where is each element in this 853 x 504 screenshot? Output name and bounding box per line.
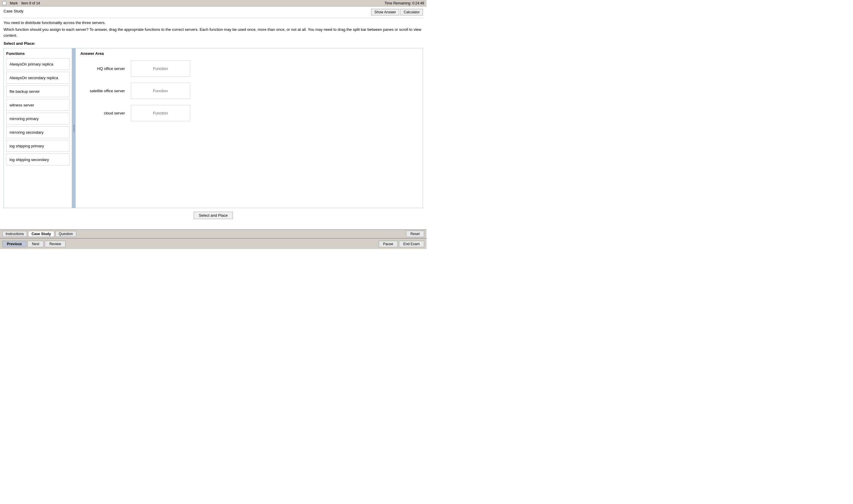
bottom-tabs-left: InstructionsCase StudyQuestion [2, 231, 76, 237]
dnd-container: Functions AlwaysOn primary replicaAlways… [3, 48, 423, 208]
answer-row-satellite: satellite office serverFunction [81, 83, 418, 99]
server-label-satellite: satellite office server [81, 89, 125, 93]
mark-checkbox[interactable] [2, 1, 6, 5]
bottom-nav-right: Pause End Exam [379, 241, 424, 247]
answer-row-hq: HQ office serverFunction [81, 60, 418, 77]
functions-list: AlwaysOn primary replicaAlwaysOn seconda… [6, 58, 69, 165]
server-label-hq: HQ office server [81, 67, 125, 71]
review-button[interactable]: Review [45, 241, 65, 247]
question-header: Case Study Show Answer Calculator [3, 9, 423, 15]
tab-question[interactable]: Question [55, 231, 76, 237]
drop-zone-cloud[interactable]: Function [131, 105, 190, 121]
function-item-func5[interactable]: mirroring primary [6, 113, 69, 125]
function-item-func2[interactable]: AlwaysOn secondary replica [6, 72, 69, 84]
calculator-button[interactable]: Calculator [401, 9, 423, 15]
reset-button[interactable]: Reset [406, 231, 424, 237]
select-place-btn-container: Select and Place [3, 208, 423, 223]
answer-panel: Answer Area HQ office serverFunctionsate… [76, 48, 423, 208]
divider-line [3, 18, 423, 18]
function-item-func6[interactable]: mirroring secondary [6, 126, 69, 138]
end-exam-button[interactable]: End Exam [399, 241, 424, 247]
bottom-tabs-bar: InstructionsCase StudyQuestion Reset [0, 230, 427, 238]
item-info: Item 9 of 14 [21, 1, 40, 5]
top-bar-left: Mark Item 9 of 14 [2, 1, 40, 5]
functions-panel: Functions AlwaysOn primary replicaAlways… [4, 48, 72, 208]
bottom-nav-bar: Previous Next Review Pause End Exam [0, 238, 427, 249]
main-content: Case Study Show Answer Calculator You ne… [0, 6, 427, 230]
function-item-func4[interactable]: witness server [6, 99, 69, 111]
time-remaining: Time Remaining: 0:24:49 [385, 1, 424, 5]
tab-case-study[interactable]: Case Study [28, 231, 54, 237]
answer-row-cloud: cloud serverFunction [81, 105, 418, 121]
case-study-label: Case Study [3, 9, 23, 13]
tab-instructions[interactable]: Instructions [2, 231, 27, 237]
instruction-text2: Which function should you assign to each… [3, 27, 423, 38]
drag-handle[interactable] [72, 48, 76, 208]
pause-button[interactable]: Pause [379, 241, 398, 247]
drag-dot-5 [74, 131, 74, 132]
function-item-func1[interactable]: AlwaysOn primary replica [6, 58, 69, 70]
drag-dot-4 [74, 129, 74, 130]
function-item-func3[interactable]: file backup server [6, 85, 69, 97]
drop-zone-satellite[interactable]: Function [131, 83, 190, 99]
function-item-func8[interactable]: log shipping secondary [6, 154, 69, 165]
next-button[interactable]: Next [28, 241, 44, 247]
header-buttons: Show Answer Calculator [371, 9, 423, 15]
answer-title: Answer Area [81, 51, 418, 56]
functions-title: Functions [6, 51, 69, 56]
show-answer-button[interactable]: Show Answer [371, 9, 399, 15]
previous-button[interactable]: Previous [2, 241, 26, 247]
drag-dot-3 [74, 128, 74, 129]
bottom-nav-left: Previous Next Review [2, 241, 66, 247]
server-label-cloud: cloud server [81, 111, 125, 115]
answer-rows: HQ office serverFunctionsatellite office… [81, 60, 418, 121]
drag-dot-2 [74, 126, 74, 127]
mark-label[interactable]: Mark [10, 1, 18, 5]
drag-dot-1 [74, 125, 74, 126]
function-item-func7[interactable]: log shipping primary [6, 140, 69, 152]
select-place-label: Select and Place: [3, 41, 423, 46]
instruction-text1: You need to distribute functionality acr… [3, 20, 423, 25]
top-bar: Mark Item 9 of 14 Time Remaining: 0:24:4… [0, 0, 427, 6]
select-place-button[interactable]: Select and Place [194, 212, 233, 219]
drop-zone-hq[interactable]: Function [131, 60, 190, 77]
